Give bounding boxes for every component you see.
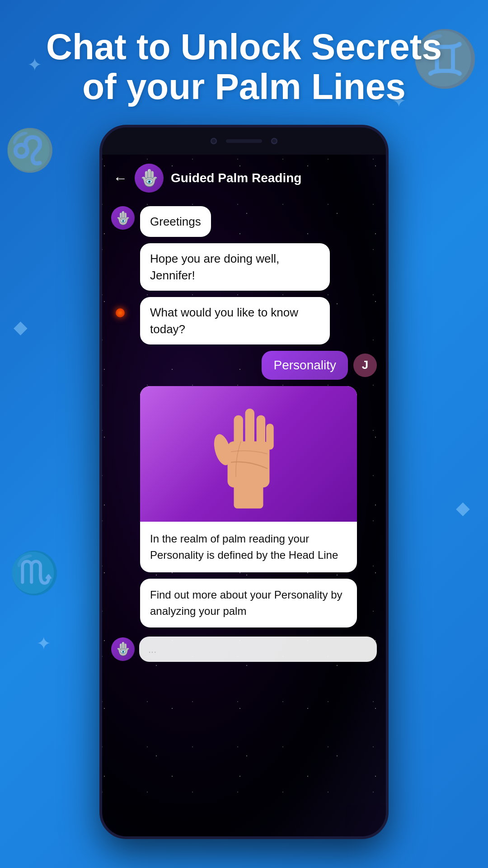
front-camera <box>211 138 217 144</box>
svg-rect-1 <box>228 441 270 487</box>
header-avatar: 🪬 <box>135 164 164 193</box>
chat-header: ← 🪬 Guided Palm Reading <box>102 155 386 202</box>
bot-message-question: What would you like to know today? <box>111 297 377 344</box>
bot-avatar-1: 🪬 <box>111 206 135 230</box>
palm-card-text: In the realm of palm reading your Person… <box>140 522 357 572</box>
palm-reading-card: In the realm of palm reading your Person… <box>140 386 357 572</box>
main-title: Chat to Unlock Secrets of your Palm Line… <box>0 0 488 125</box>
front-sensor <box>271 138 277 144</box>
volume-up-button <box>386 218 389 245</box>
svg-rect-6 <box>266 424 274 450</box>
user-message-personality: Personality J <box>111 351 377 380</box>
bubble-welcome: Hope you are doing well, Jennifer! <box>140 243 330 291</box>
chat-messages-area: 🪬 Greetings Hope you are doing well, Jen… <box>102 202 386 632</box>
bot-message-greetings: 🪬 Greetings <box>111 206 377 237</box>
user-avatar: J <box>353 354 377 377</box>
hamsa-icon-1: 🪬 <box>115 211 131 226</box>
bot-message-welcome: Hope you are doing well, Jennifer! <box>111 243 377 291</box>
phone-screen: ← 🪬 Guided Palm Reading 🪬 Greetings <box>102 155 386 836</box>
partial-bubble: ... <box>139 637 377 662</box>
hamsa-icon-bottom: 🪬 <box>115 642 131 656</box>
bubble-find-out-more: Find out more about your Personality by … <box>140 579 357 627</box>
bot-avatar-bottom: 🪬 <box>111 637 135 661</box>
svg-rect-3 <box>234 415 243 448</box>
hamsa-icon-header: 🪬 <box>139 169 160 188</box>
chat-title: Guided Palm Reading <box>171 171 301 185</box>
palm-image <box>140 386 357 522</box>
bottom-partial-row: 🪬 ... <box>102 632 386 666</box>
phone-frame: ← 🪬 Guided Palm Reading 🪬 Greetings <box>99 125 389 839</box>
svg-rect-5 <box>257 415 266 448</box>
phone-mockup: ← 🪬 Guided Palm Reading 🪬 Greetings <box>0 125 488 839</box>
hand-illustration <box>208 395 289 513</box>
svg-rect-4 <box>245 409 254 446</box>
back-button[interactable]: ← <box>113 170 127 187</box>
bubble-personality: Personality <box>262 351 348 380</box>
volume-down-button <box>386 254 389 290</box>
phone-top-bar <box>102 127 386 155</box>
phone-speaker <box>226 139 262 143</box>
bubble-question: What would you like to know today? <box>140 297 330 344</box>
bubble-greetings: Greetings <box>140 206 211 237</box>
